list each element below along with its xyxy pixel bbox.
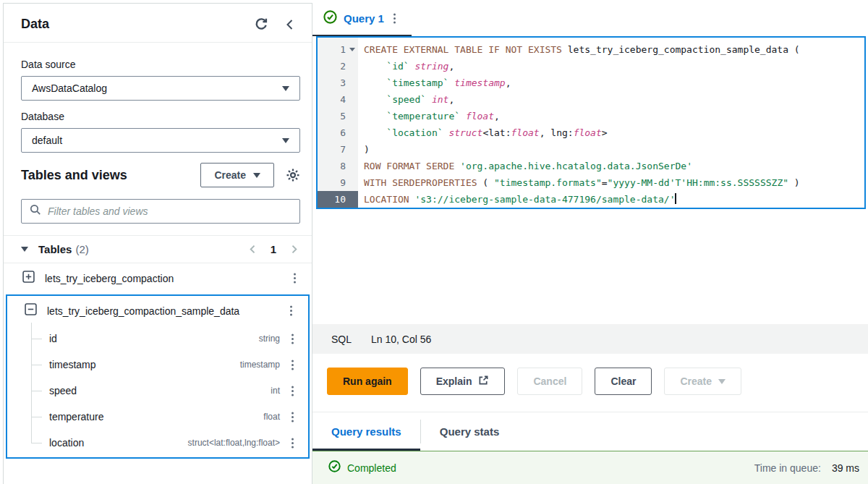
kebab-menu-icon[interactable] [292,442,294,444]
chevron-down-icon [253,173,260,178]
check-circle-icon [323,10,337,27]
chevron-down-icon [282,138,289,143]
create-dropdown-button[interactable]: Create [664,368,741,395]
line-number: 5 [318,108,358,124]
tables-group-count: (2) [75,243,247,255]
chevron-down-icon [21,247,28,252]
code-line[interactable]: `speed` int, [358,91,864,108]
column-name: temperature [49,411,263,423]
selected-table-box: lets_try_iceberg_compaction_sample_data … [6,294,310,459]
line-number: 3 [318,75,358,91]
column-row[interactable]: locationstruct<lat:float,lng:float> [7,430,308,456]
query-status-banner: Completed Time in queue: 39 ms [312,451,868,484]
plus-square-icon[interactable] [22,271,35,286]
data-panel-header: Data [4,4,312,43]
minus-square-icon[interactable] [25,303,37,318]
explain-button-label: Explain [436,375,472,387]
query-tab-bar: Query 1 [312,0,868,36]
column-name: location [49,437,188,449]
filter-tables-input[interactable]: Filter tables and views [21,199,300,224]
filter-placeholder: Filter tables and views [48,205,148,217]
kebab-menu-icon[interactable] [292,364,294,366]
sql-editor[interactable]: 12345678910 CREATE EXTERNAL TABLE IF NOT… [316,36,866,209]
editor-code[interactable]: CREATE EXTERNAL TABLE IF NOT EXISTS lets… [358,38,864,208]
line-number: 7 [318,141,358,158]
column-type: int [271,386,280,396]
line-number: 2 [318,58,358,75]
tables-and-views-header: Tables and views Create [21,163,300,187]
refresh-icon[interactable] [255,17,268,31]
query-editor-pane: Query 1 12345678910 CREATE EXTERNAL TABL… [312,0,868,484]
tables-group-row[interactable]: Tables (2) 1 [4,235,312,263]
tab-query-1[interactable]: Query 1 [312,0,412,36]
search-icon [30,204,41,218]
kebab-menu-icon[interactable] [292,338,294,340]
tables-pagination: 1 [248,243,299,255]
code-line[interactable]: `timestamp` timestamp, [358,75,864,91]
column-type: string [259,334,280,344]
editor-bottom-space [312,209,868,324]
create-button[interactable]: Create [200,163,274,187]
page-prev-icon[interactable] [248,245,258,254]
source-section: Data source AwsDataCatalog Database defa… [4,43,312,224]
code-line[interactable]: WITH SERDEPROPERTIES ( "timestamp.format… [358,174,864,191]
status-completed: Completed [347,462,396,474]
page-next-icon[interactable] [289,245,299,254]
time-in-queue-value: 39 ms [832,462,859,474]
code-line[interactable]: LOCATION 's3://iceberg-sample-data-47719… [358,191,864,208]
athena-query-editor: Data Data source AwsDataCatalog Database [0,0,868,484]
create-button-label: Create [214,169,246,181]
chevron-down-icon [282,86,289,91]
cursor-position: Ln 10, Col 56 [371,334,431,345]
chevron-down-icon [718,379,726,384]
data-source-select[interactable]: AwsDataCatalog [21,76,300,101]
table-row-sample-data[interactable]: lets_try_iceberg_compaction_sample_data [7,296,308,326]
line-number: 8 [318,158,358,174]
code-line[interactable]: CREATE EXTERNAL TABLE IF NOT EXISTS lets… [358,41,864,58]
column-name: id [49,333,259,344]
fold-caret-icon[interactable] [349,48,355,51]
table-name: lets_try_iceberg_compaction_sample_data [47,305,277,317]
page-number: 1 [271,243,276,255]
column-row[interactable]: timestamptimestamp [7,352,308,378]
code-line[interactable]: `id` string, [358,58,864,75]
code-line[interactable]: `temperature` float, [358,108,864,124]
collapse-panel-icon[interactable] [284,19,296,30]
line-number: 1 [318,41,358,58]
column-row[interactable]: temperaturefloat [7,404,308,430]
editor-gutter: 12345678910 [318,38,358,208]
text-cursor [675,193,676,204]
database-select[interactable]: default [21,128,300,153]
table-row-iceberg-compaction[interactable]: lets_try_iceberg_compaction [4,263,312,293]
editor-status-bar: SQL Ln 10, Col 56 [312,324,868,354]
line-number: 4 [318,91,358,108]
column-type: timestamp [240,360,280,370]
gear-icon[interactable] [286,168,300,182]
tables-group-label: Tables [38,243,72,255]
line-number: 10 [318,191,358,208]
code-line[interactable]: ROW FORMAT SERDE 'org.apache.hive.hcatal… [358,158,864,174]
line-number: 6 [318,124,358,141]
code-line[interactable]: ) [358,141,864,158]
run-again-button[interactable]: Run again [327,368,408,395]
column-row[interactable]: idstring [7,326,308,352]
database-label: Database [21,111,300,122]
kebab-menu-icon[interactable] [393,17,396,20]
tab-query-stats[interactable]: Query stats [421,412,519,451]
explain-button[interactable]: Explain [420,368,506,395]
kebab-menu-icon[interactable] [290,310,292,312]
kebab-menu-icon[interactable] [292,390,294,392]
table-name: lets_try_iceberg_compaction [45,273,281,284]
code-line[interactable]: `location` struct<lat:float, lng:float> [358,124,864,141]
kebab-menu-icon[interactable] [294,277,296,279]
clear-button[interactable]: Clear [595,368,652,395]
column-type: struct<lat:float,lng:float> [188,438,280,448]
tables-and-views-title: Tables and views [21,168,200,183]
kebab-menu-icon[interactable] [292,416,294,418]
panel-title: Data [21,17,239,32]
column-row[interactable]: speedint [7,378,308,404]
column-list: idstringtimestamptimestampspeedinttemper… [7,326,308,456]
line-number: 9 [318,174,358,191]
cancel-button[interactable]: Cancel [517,368,582,395]
tab-query-results[interactable]: Query results [312,412,420,451]
